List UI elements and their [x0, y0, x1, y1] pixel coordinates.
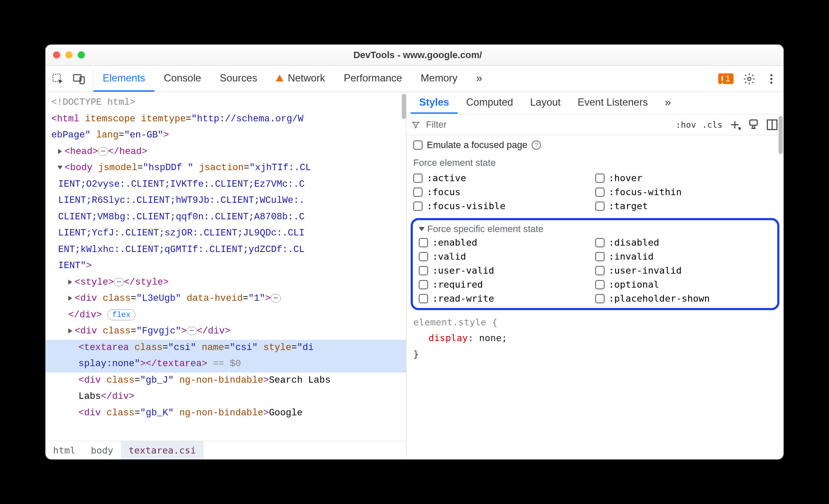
hov-toggle[interactable]: :hov — [676, 120, 696, 130]
state-optional[interactable]: :optional — [595, 279, 772, 290]
styles-panel: Styles Computed Layout Event Listeners »… — [406, 92, 784, 459]
emulate-focused-checkbox[interactable] — [413, 140, 423, 150]
selected-dom-node: ⋯<textarea class="csi" name="csi" style=… — [45, 340, 406, 356]
force-specific-title[interactable]: Force specific element state — [416, 224, 774, 237]
state-active[interactable]: :active — [413, 173, 595, 183]
breadcrumb: html body textarea.csi — [45, 441, 406, 459]
state-invalid[interactable]: :invalid — [595, 251, 772, 262]
svg-point-6 — [770, 81, 773, 84]
issues-badge[interactable]: 1 — [718, 73, 734, 84]
tab-event-listeners[interactable]: Event Listeners — [569, 92, 656, 114]
scrollbar[interactable] — [779, 116, 783, 154]
breadcrumb-item[interactable]: html — [45, 441, 83, 459]
svg-point-5 — [770, 78, 773, 80]
filter-icon — [412, 120, 420, 129]
dom-tree[interactable]: <!DOCTYPE html> <html itemscope itemtype… — [45, 92, 406, 441]
devtools-window: DevTools - www.google.com/ Elements Cons… — [45, 45, 784, 459]
state-user-invalid[interactable]: :user-invalid — [595, 265, 772, 276]
titlebar: DevTools - www.google.com/ — [45, 45, 784, 66]
panel-tabs: Elements Console Sources Network Perform… — [93, 66, 490, 92]
sidebar-tabs-more[interactable]: » — [656, 92, 678, 114]
scrollbar[interactable] — [402, 94, 406, 119]
state-disabled[interactable]: :disabled — [595, 237, 772, 248]
tab-performance[interactable]: Performance — [334, 66, 411, 92]
copy-styles-icon[interactable] — [747, 118, 760, 131]
tabs-more[interactable]: » — [467, 66, 490, 92]
state-focus-within[interactable]: :focus-within — [595, 187, 777, 197]
main-toolbar: Elements Console Sources Network Perform… — [45, 66, 784, 92]
state-focus[interactable]: :focus — [413, 187, 595, 197]
tab-network[interactable]: Network — [266, 66, 334, 92]
state-enabled[interactable]: :enabled — [419, 237, 595, 248]
window-title: DevTools - www.google.com/ — [59, 50, 776, 61]
filter-input[interactable]: Filter — [412, 119, 670, 130]
elements-panel: <!DOCTYPE html> <html itemscope itemtype… — [45, 92, 406, 459]
tab-styles[interactable]: Styles — [411, 92, 458, 114]
force-state-title: Force element state — [406, 155, 784, 171]
toggle-rendering-icon[interactable] — [766, 118, 779, 131]
sidebar-tabs: Styles Computed Layout Event Listeners » — [406, 92, 784, 114]
state-user-valid[interactable]: :user-valid — [419, 265, 595, 276]
tab-layout[interactable]: Layout — [521, 92, 569, 114]
breadcrumb-item[interactable]: body — [83, 441, 121, 459]
emulate-focused-row: Emulate a focused page ? — [406, 135, 784, 155]
tab-memory[interactable]: Memory — [412, 66, 467, 92]
tab-computed[interactable]: Computed — [458, 92, 522, 114]
force-state-grid: :active :hover :focus :focus-within :foc… — [406, 171, 784, 216]
svg-rect-7 — [750, 120, 757, 126]
state-placeholder-shown[interactable]: :placeholder-shown — [595, 293, 772, 304]
svg-point-4 — [770, 74, 773, 76]
new-style-rule-icon[interactable] — [728, 118, 741, 131]
main-content: <!DOCTYPE html> <html itemscope itemtype… — [45, 92, 784, 459]
element-style-rule[interactable]: element.style { display: none; } — [406, 313, 784, 364]
kebab-menu-icon[interactable] — [765, 73, 778, 85]
emulate-focused-label: Emulate a focused page — [427, 140, 527, 151]
tab-elements[interactable]: Elements — [93, 66, 154, 92]
state-hover[interactable]: :hover — [595, 173, 777, 183]
force-specific-state-box: Force specific element state :enabled :d… — [411, 218, 779, 310]
help-icon[interactable]: ? — [532, 140, 541, 150]
state-required[interactable]: :required — [419, 279, 595, 290]
svg-point-3 — [748, 77, 751, 81]
collapse-icon — [419, 227, 425, 231]
tab-console[interactable]: Console — [154, 66, 210, 92]
cls-toggle[interactable]: .cls — [702, 120, 723, 130]
state-focus-visible[interactable]: :focus-visible — [413, 201, 595, 211]
settings-gear-icon[interactable] — [743, 73, 756, 85]
styles-filter-row: Filter :hov .cls — [406, 114, 784, 135]
inspect-element-icon[interactable] — [51, 73, 64, 85]
tab-sources[interactable]: Sources — [210, 66, 266, 92]
breadcrumb-item-selected[interactable]: textarea.csi — [121, 441, 204, 459]
state-target[interactable]: :target — [595, 201, 777, 211]
device-toolbar-icon[interactable] — [73, 73, 85, 85]
state-valid[interactable]: :valid — [419, 251, 595, 262]
state-read-write[interactable]: :read-write — [419, 293, 595, 304]
